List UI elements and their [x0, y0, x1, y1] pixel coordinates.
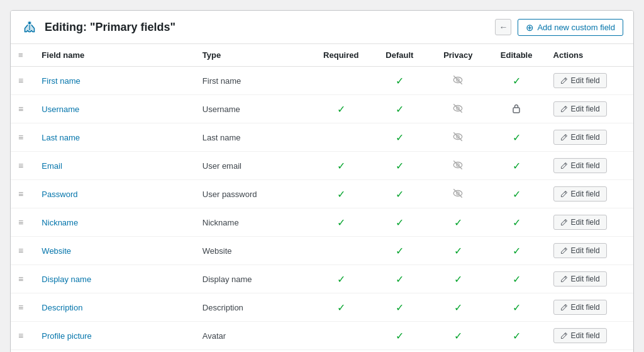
drag-handle-icon: ≡: [18, 246, 23, 256]
pencil-icon: [560, 162, 568, 169]
edit-field-button[interactable]: Edit field: [553, 300, 607, 315]
back-button[interactable]: ←: [495, 19, 511, 35]
field-name-cell: Password: [34, 180, 194, 208]
field-privacy-cell: [429, 152, 487, 180]
editable-check-icon: ✓: [513, 302, 521, 313]
field-actions-cell: Edit field: [546, 180, 633, 208]
pencil-icon: [560, 304, 568, 311]
title-prefix: Editing:: [45, 21, 90, 33]
default-check-icon: ✓: [396, 302, 404, 313]
edit-field-button[interactable]: Edit field: [553, 158, 607, 173]
field-required-cell: [312, 237, 370, 265]
pencil-icon: [560, 190, 568, 198]
table-row: ≡Profile pictureAvatar✓✓✓ Edit field: [11, 322, 633, 350]
editable-check-icon: ✓: [513, 161, 521, 171]
page-title: Editing: "Primary fields": [45, 21, 489, 34]
field-name-link[interactable]: Last name: [42, 133, 80, 142]
svg-line-23: [564, 220, 565, 222]
col-header-actions: Actions: [546, 44, 633, 67]
col-header-privacy: Privacy: [429, 44, 487, 67]
edit-field-button[interactable]: Edit field: [553, 73, 607, 88]
field-name-link[interactable]: Email: [42, 161, 62, 171]
drag-handle[interactable]: ≡: [11, 208, 34, 237]
field-required-cell: [312, 350, 370, 353]
field-name-cell: Username: [34, 95, 194, 123]
drag-handle[interactable]: ≡: [11, 322, 34, 350]
drag-handle[interactable]: ≡: [11, 237, 34, 265]
field-default-cell: ✓: [370, 350, 429, 353]
field-name-cell: Website: [34, 237, 194, 265]
field-name-link[interactable]: First name: [42, 76, 80, 86]
field-name-link[interactable]: Username: [42, 105, 79, 114]
field-privacy-cell: [429, 180, 487, 208]
edit-field-button[interactable]: Edit field: [553, 186, 607, 202]
field-editable-cell: ✓: [487, 350, 546, 353]
field-name-link[interactable]: Website: [42, 246, 71, 256]
add-custom-field-button[interactable]: ⊕ Add new custom field: [518, 19, 623, 36]
page-wrapper: Editing: "Primary fields" ← ⊕ Add new cu…: [10, 10, 634, 352]
editable-check-icon: ✓: [513, 132, 521, 143]
edit-field-button[interactable]: Edit field: [553, 271, 607, 287]
table-row: ≡NicknameNickname✓✓✓✓ Edit field: [11, 208, 633, 237]
table-row: ≡UsernameUsername✓✓ Edit field: [11, 95, 633, 123]
field-required-cell: ✓: [312, 265, 370, 293]
field-name-link[interactable]: Password: [42, 190, 77, 199]
svg-point-0: [28, 22, 31, 25]
field-type-cell: Display name: [195, 265, 312, 293]
edit-field-button[interactable]: Edit field: [553, 101, 607, 116]
drag-handle-icon: ≡: [18, 132, 23, 142]
pencil-icon: [560, 332, 568, 339]
drag-handle[interactable]: ≡: [11, 67, 34, 95]
drag-handle[interactable]: ≡: [11, 123, 34, 152]
drag-handle[interactable]: ≡: [11, 180, 34, 208]
field-default-cell: ✓: [370, 322, 429, 350]
field-name-link[interactable]: Profile picture: [42, 331, 91, 341]
drag-handle[interactable]: ≡: [11, 95, 34, 123]
lock-icon: [512, 103, 521, 113]
field-editable-cell: ✓: [487, 180, 546, 208]
field-actions-cell: Edit field: [546, 265, 633, 293]
field-name-cell: First name: [34, 67, 194, 95]
svg-line-14: [564, 135, 565, 137]
default-check-icon: ✓: [396, 161, 404, 171]
edit-field-button[interactable]: Edit field: [553, 328, 607, 343]
default-check-icon: ✓: [396, 104, 404, 115]
edit-field-button[interactable]: Edit field: [553, 215, 607, 230]
default-check-icon: ✓: [396, 246, 404, 256]
field-privacy-cell: ✓: [429, 237, 487, 265]
edit-field-button[interactable]: Edit field: [553, 130, 607, 145]
privacy-on-icon: ✓: [454, 217, 462, 228]
field-name-link[interactable]: Description: [42, 303, 82, 312]
field-editable-cell: ✓: [487, 208, 546, 237]
drag-handle[interactable]: ≡: [11, 152, 34, 180]
default-check-icon: ✓: [396, 274, 404, 285]
table-row: ≡Display nameDisplay name✓✓✓✓ Edit field: [11, 265, 633, 293]
field-privacy-cell: ✓: [429, 350, 487, 353]
editable-check-icon: ✓: [513, 246, 521, 256]
pencil-icon: [560, 77, 568, 84]
field-name-link[interactable]: Display name: [42, 275, 91, 284]
drag-handle[interactable]: ≡: [11, 350, 34, 353]
field-privacy-cell: ✓: [429, 265, 487, 293]
table-body: ≡First nameFirst name✓ ✓ Edit field≡User…: [11, 67, 633, 353]
field-privacy-cell: ✓: [429, 322, 487, 350]
field-required-cell: ✓: [312, 180, 370, 208]
add-btn-label: Add new custom field: [537, 23, 615, 32]
privacy-off-icon: [452, 188, 464, 199]
field-name-link[interactable]: Nickname: [42, 218, 78, 227]
field-type-cell: Website: [195, 237, 312, 265]
field-actions-cell: Edit field: [546, 123, 633, 152]
field-default-cell: ✓: [370, 293, 429, 322]
table-row: ≡Profile cover imageCover Image✓✓✓ Edit …: [11, 350, 633, 353]
drag-handle-icon: ≡: [18, 217, 23, 227]
field-editable-cell: [487, 95, 546, 123]
drag-handle[interactable]: ≡: [11, 265, 34, 293]
col-header-type: Type: [195, 44, 312, 67]
privacy-on-icon: ✓: [454, 274, 462, 285]
edit-field-button[interactable]: Edit field: [553, 243, 607, 258]
field-editable-cell: ✓: [487, 67, 546, 95]
drag-handle[interactable]: ≡: [11, 293, 34, 322]
privacy-on-icon: ✓: [454, 331, 462, 341]
required-check-icon: ✓: [337, 104, 345, 115]
field-editable-cell: ✓: [487, 123, 546, 152]
